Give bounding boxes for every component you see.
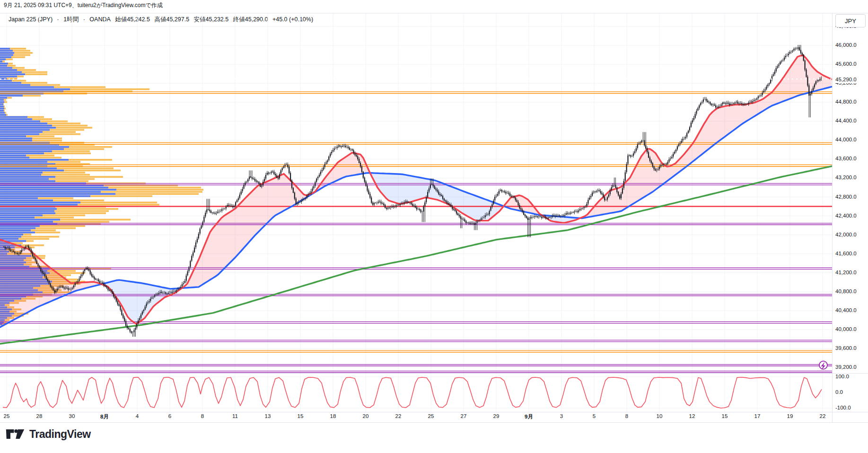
date-axis-label: 15 — [298, 413, 304, 419]
price-axis-label: 44,400.0 — [835, 118, 857, 123]
date-axis-label: 17 — [754, 413, 761, 419]
price-axis-label: 43,200.0 — [835, 174, 857, 180]
tradingview-chart-page: 9月 21, 2025 09:31 UTC+9、tuiteru2がTrading… — [0, 0, 868, 453]
date-axis-label: 6 — [168, 413, 171, 419]
price-axis-label: 43,600.0 — [835, 156, 857, 161]
price-axis-label: 45,600.0 — [835, 61, 857, 67]
date-axis-label: 19 — [787, 413, 793, 419]
oscillator-axis-label: 0.0 — [835, 389, 843, 395]
date-axis-label: 11 — [232, 413, 238, 419]
tradingview-logo-icon — [6, 427, 25, 441]
price-axis-label: 40,000.0 — [835, 326, 857, 332]
date-axis-label: 3 — [560, 413, 563, 419]
price-axis-label: 40,800.0 — [835, 288, 857, 294]
price-axis-label: 41,200.0 — [835, 270, 857, 275]
date-axis-label: 25 — [4, 413, 10, 419]
date-axis-label: 5 — [593, 413, 596, 419]
date-axis-label: 18 — [330, 413, 336, 419]
price-axis-label: 40,400.0 — [835, 307, 857, 313]
oscillator-axis-label: -100.0 — [835, 405, 851, 410]
date-axis-label: 22 — [395, 413, 402, 419]
oscillator-axis-label: 100.0 — [835, 374, 849, 379]
date-axis-label: 22 — [820, 413, 826, 419]
price-axis-label: 44,800.0 — [835, 99, 857, 105]
date-axis-label: 13 — [265, 413, 271, 419]
currency-button[interactable]: JPY — [835, 14, 866, 27]
chart-canvas[interactable] — [0, 0, 868, 453]
date-axis-label: 8 — [201, 413, 204, 419]
date-axis-label: 4 — [136, 413, 139, 419]
price-axis-label: 41,600.0 — [835, 251, 857, 256]
price-axis-label: 44,000.0 — [835, 137, 857, 142]
date-axis-label: 9月 — [525, 413, 533, 420]
price-axis-label: 42,400.0 — [835, 213, 857, 218]
date-axis-label: 10 — [657, 413, 663, 419]
date-axis-label: 25 — [428, 413, 434, 419]
alert-lightning-button[interactable] — [819, 361, 827, 370]
pane-borders — [0, 13, 868, 423]
date-axis-label: 15 — [722, 413, 728, 419]
date-axis-label: 30 — [69, 413, 75, 419]
current-price-label: 45,290.0 — [833, 75, 868, 83]
oscillator-line — [3, 377, 822, 408]
tradingview-logo[interactable]: TradingView — [6, 427, 91, 441]
date-axis-label: 29 — [493, 413, 500, 419]
date-axis-label: 28 — [36, 413, 43, 419]
tradingview-logo-text: TradingView — [29, 428, 91, 441]
date-axis-label: 12 — [689, 413, 695, 419]
date-axis-label: 27 — [461, 413, 467, 419]
price-axis-label: 46,000.0 — [835, 42, 857, 48]
date-axis-label: 8 — [625, 413, 628, 419]
date-axis-label: 20 — [363, 413, 369, 419]
price-axis-label: 42,800.0 — [835, 194, 857, 200]
price-axis-label: 39,200.0 — [835, 364, 857, 370]
date-axis-label: 8月 — [100, 413, 109, 420]
price-axis-label: 39,600.0 — [835, 345, 857, 351]
price-axis-label: 42,000.0 — [835, 232, 857, 237]
